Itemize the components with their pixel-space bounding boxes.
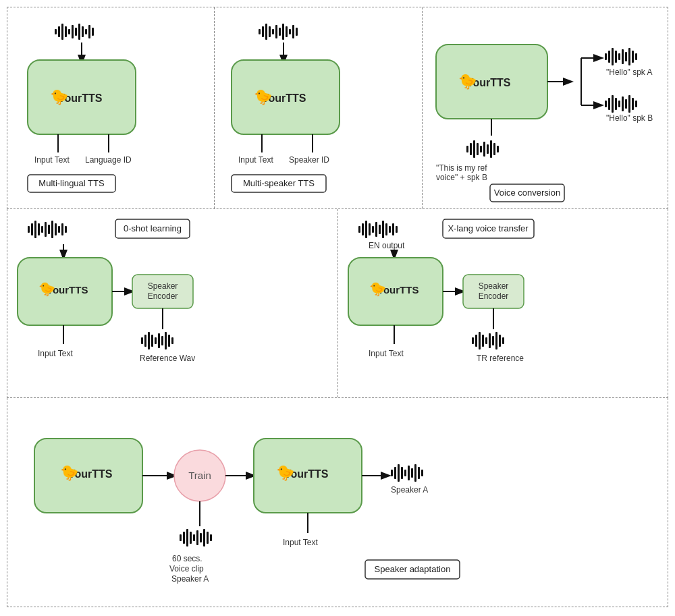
svg-rect-160 <box>443 219 534 238</box>
svg-rect-44 <box>436 45 547 119</box>
svg-text:X-lang voice transfer: X-lang voice transfer <box>448 223 529 233</box>
svg-text:"Hello" spk A: "Hello" spk A <box>606 67 653 77</box>
svg-text:Train: Train <box>188 470 211 481</box>
svg-rect-114 <box>155 337 157 344</box>
svg-rect-83 <box>493 143 495 155</box>
svg-rect-129 <box>372 226 374 233</box>
svg-rect-87 <box>490 184 564 202</box>
svg-rect-143 <box>463 275 524 308</box>
panel3-svg: YourTTS 🐤 <box>423 7 668 208</box>
panel2-svg: YourTTS 🐤 Input Text Speaker ID Multi-sp… <box>215 7 421 208</box>
svg-rect-196 <box>421 470 423 476</box>
svg-rect-79 <box>480 146 482 152</box>
svg-text:Speaker: Speaker <box>148 281 178 291</box>
svg-rect-90 <box>31 223 33 235</box>
svg-text:Multi-speaker TTS: Multi-speaker TTS <box>243 178 315 188</box>
svg-rect-175 <box>200 533 202 542</box>
svg-text:🐤: 🐤 <box>276 464 295 482</box>
svg-rect-123 <box>115 219 190 238</box>
svg-text:YourTTS: YourTTS <box>58 92 103 104</box>
svg-rect-187 <box>391 470 393 476</box>
svg-rect-112 <box>148 332 150 349</box>
svg-text:Speaker adaptation: Speaker adaptation <box>375 564 451 574</box>
svg-rect-22 <box>259 29 261 34</box>
svg-rect-191 <box>404 470 406 476</box>
svg-text:🐤: 🐤 <box>38 281 55 297</box>
svg-rect-169 <box>180 534 182 541</box>
panel-xlang: EN output YourTTS 🐤 Speaker Encoder <box>338 209 668 397</box>
svg-rect-156 <box>502 337 504 344</box>
svg-rect-189 <box>398 464 400 482</box>
panel6-svg: YourTTS 🐤 Train <box>7 398 668 607</box>
panel-multispeaker: YourTTS 🐤 Input Text Speaker ID Multi-sp… <box>215 7 422 208</box>
svg-rect-80 <box>483 142 485 157</box>
svg-text:Speaker A: Speaker A <box>391 485 428 495</box>
svg-text:Multi-lingual TTS: Multi-lingual TTS <box>38 178 105 188</box>
svg-rect-77 <box>473 140 475 158</box>
svg-rect-171 <box>186 529 188 547</box>
svg-rect-89 <box>28 226 30 233</box>
panel-multilingual: YourTTS 🐤 Input Text Language ID Multi-l… <box>7 7 215 208</box>
svg-rect-173 <box>193 534 195 541</box>
svg-text:YourTTS: YourTTS <box>47 284 88 296</box>
svg-rect-119 <box>171 337 173 344</box>
svg-text:0-shot learning: 0-shot learning <box>124 223 182 233</box>
row1: YourTTS 🐤 Input Text Language ID Multi-l… <box>7 7 668 209</box>
svg-rect-10 <box>88 25 90 38</box>
svg-rect-31 <box>289 29 291 34</box>
svg-text:YourTTS: YourTTS <box>466 77 511 88</box>
svg-text:🐤: 🐤 <box>60 464 79 482</box>
svg-rect-0 <box>55 29 57 34</box>
svg-rect-126 <box>362 223 364 235</box>
svg-rect-133 <box>385 223 387 235</box>
svg-rect-151 <box>485 337 487 344</box>
svg-rect-100 <box>65 226 67 233</box>
svg-rect-174 <box>196 530 198 545</box>
svg-rect-110 <box>141 337 143 344</box>
svg-rect-63 <box>605 101 607 107</box>
svg-rect-57 <box>622 49 624 64</box>
svg-rect-7 <box>78 24 80 40</box>
svg-text:"Hello" spk B: "Hello" spk B <box>606 113 653 123</box>
svg-rect-136 <box>396 226 398 233</box>
panel-voiceconv: YourTTS 🐤 <box>423 7 668 208</box>
svg-rect-98 <box>58 226 60 233</box>
svg-rect-67 <box>618 101 620 107</box>
svg-rect-30 <box>286 26 288 37</box>
svg-rect-4 <box>68 29 70 34</box>
svg-rect-97 <box>55 223 57 235</box>
svg-rect-13 <box>28 60 136 134</box>
svg-text:YourTTS: YourTTS <box>284 468 329 480</box>
svg-text:🐤: 🐤 <box>254 88 273 106</box>
svg-rect-178 <box>210 534 212 541</box>
main-container: YourTTS 🐤 Input Text Language ID Multi-l… <box>0 0 675 616</box>
svg-rect-111 <box>144 335 146 347</box>
svg-rect-5 <box>72 25 74 38</box>
svg-text:Input Text: Input Text <box>238 155 273 165</box>
svg-rect-69 <box>625 99 627 109</box>
svg-rect-58 <box>625 52 627 61</box>
svg-text:Voice clip: Voice clip <box>169 564 204 573</box>
svg-rect-27 <box>275 25 277 38</box>
svg-rect-194 <box>414 464 416 482</box>
svg-text:Input Text: Input Text <box>283 538 318 547</box>
panel-zeroshot: YourTTS 🐤 Speaker Encoder <box>7 209 338 397</box>
row2: YourTTS 🐤 Speaker Encoder <box>7 209 668 398</box>
svg-rect-78 <box>477 143 479 155</box>
svg-rect-76 <box>470 143 472 155</box>
svg-rect-139 <box>348 258 443 325</box>
svg-text:Encoder: Encoder <box>148 291 178 301</box>
svg-rect-149 <box>479 332 481 349</box>
svg-rect-116 <box>161 336 163 345</box>
svg-rect-35 <box>232 60 340 134</box>
svg-rect-148 <box>475 335 477 347</box>
svg-rect-91 <box>34 221 36 238</box>
svg-rect-183 <box>254 439 362 513</box>
svg-rect-28 <box>279 28 281 36</box>
svg-text:60 secs.: 60 secs. <box>172 554 202 563</box>
svg-rect-170 <box>183 532 185 544</box>
svg-rect-131 <box>379 225 381 234</box>
svg-text:EN output: EN output <box>369 241 405 250</box>
svg-rect-61 <box>635 53 637 60</box>
svg-rect-176 <box>203 529 205 547</box>
